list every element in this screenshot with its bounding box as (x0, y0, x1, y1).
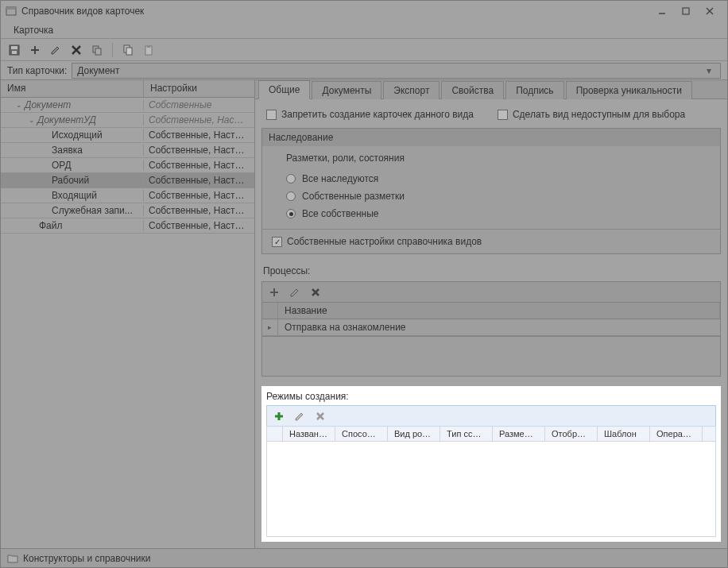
processes-header-name[interactable]: Название (278, 303, 720, 319)
top-checkboxes: Запретить создание карточек данного вида… (261, 106, 721, 123)
tree-item-label: ДокументУД (37, 114, 96, 126)
tree-row[interactable]: ОРДСобственные, Настро... (1, 158, 254, 173)
tab[interactable]: Свойства (441, 81, 504, 99)
tree-row[interactable]: ⌄ДокументСобственные (1, 98, 254, 113)
processes-title: Процессы: (261, 261, 721, 281)
tree-item-label: Входящий (52, 190, 97, 201)
tree-row[interactable]: ЗаявкаСобственные, Настро... (1, 143, 254, 158)
maximize-button[interactable] (680, 5, 692, 17)
separator (112, 43, 113, 57)
tree-row[interactable]: ⌄ДокументУДСобственные, Наст... (1, 113, 254, 128)
filter-label: Тип карточки: (7, 65, 67, 76)
modes-header-cell[interactable]: Способ со... (335, 427, 388, 441)
tree-row[interactable]: РабочийСобственные, Настро... (1, 173, 254, 188)
tree-header-settings[interactable]: Настройки (144, 80, 254, 97)
tree-header-name[interactable]: Имя (1, 80, 144, 97)
modes-header-cell[interactable]: Шаблон (598, 427, 650, 441)
edit-icon[interactable] (292, 409, 307, 423)
tree-panel: Имя Настройки ⌄ДокументСобственные⌄Докум… (1, 80, 255, 548)
tree-row[interactable]: ВходящийСобственные, Настро... (1, 188, 254, 203)
close-button[interactable] (703, 5, 716, 17)
tree-row[interactable]: ФайлСобственные, Настро... (1, 218, 254, 234)
tab-general-content: Запретить создание карточек данного вида… (255, 99, 727, 548)
tree-item-settings: Собственные, Настро... (144, 220, 254, 231)
inheritance-radio[interactable]: Собственные разметки (272, 187, 711, 205)
tab[interactable]: Экспорт (383, 81, 440, 99)
processes-empty-area (261, 337, 721, 377)
expand-icon[interactable]: ⌄ (14, 99, 25, 110)
forbid-create-checkbox[interactable]: Запретить создание карточек данного вида (266, 109, 474, 120)
marker-col (262, 303, 278, 319)
main-area: Имя Настройки ⌄ДокументСобственные⌄Докум… (1, 80, 727, 548)
inheritance-subtitle: Разметки, роли, состояния (272, 153, 711, 164)
filter-row: Тип карточки: Документ ▾ (1, 61, 727, 80)
tree-item-settings: Собственные, Наст... (144, 114, 254, 126)
statusbar-item[interactable]: Конструкторы и справочники (7, 553, 150, 564)
modes-header-cell[interactable]: Название (283, 427, 335, 441)
svg-rect-8 (12, 51, 17, 54)
tree-row[interactable]: Служебная запи...Собственные, Настро... (1, 203, 254, 218)
inheritance-radio[interactable]: Все наследуются (272, 170, 711, 187)
add-icon[interactable] (272, 409, 286, 423)
minimize-button[interactable] (656, 5, 668, 17)
tab[interactable]: Общие (258, 80, 310, 99)
titlebar: Справочник видов карточек (1, 1, 727, 21)
add-icon[interactable] (267, 285, 281, 299)
checkbox-icon (266, 110, 277, 120)
modes-header-cell[interactable]: Вид роди... (388, 427, 440, 441)
inheritance-radio[interactable]: Все собственные (272, 205, 711, 222)
svg-rect-7 (11, 46, 17, 49)
svg-rect-14 (95, 48, 101, 55)
delete-icon[interactable] (69, 43, 83, 57)
edit-icon[interactable] (48, 43, 63, 57)
tree-item-settings: Собственные, Настро... (144, 160, 254, 171)
tree-item-label: Файл (39, 220, 63, 231)
card-type-select[interactable]: Документ ▾ (72, 63, 721, 79)
modes-header-cell[interactable]: Операция... (650, 427, 703, 441)
tab[interactable]: Документы (312, 81, 381, 99)
radio-icon (286, 191, 296, 201)
tree-row[interactable]: ИсходящийСобственные, Настро... (1, 128, 254, 143)
tree-item-label: ОРД (52, 160, 72, 171)
tree-body[interactable]: ⌄ДокументСобственные⌄ДокументУДСобственн… (1, 98, 254, 548)
unavailable-checkbox[interactable]: Сделать вид недоступным для выбора (498, 109, 685, 120)
copy-icon[interactable] (90, 43, 104, 57)
edit-icon[interactable] (288, 285, 302, 299)
statusbar-text: Конструкторы и справочники (23, 553, 150, 564)
tree-item-label: Документ (25, 99, 71, 110)
paste-icon[interactable] (141, 43, 156, 57)
tree-item-label: Заявка (52, 145, 83, 156)
menubar: Карточка (1, 21, 727, 39)
delete-icon[interactable] (308, 285, 323, 299)
modes-grid-body[interactable] (266, 442, 716, 537)
tree-item-settings: Собственные, Настро... (144, 190, 254, 201)
tab[interactable]: Подпись (505, 81, 564, 99)
tree-item-settings: Собственные (144, 99, 254, 110)
menu-card[interactable]: Карточка (7, 23, 60, 37)
delete-icon[interactable] (313, 409, 327, 423)
modes-grid-header: НазваниеСпособ со...Вид роди...Тип ссылк… (266, 426, 716, 442)
processes-grid: Название ▸ Отправка на ознакомление (261, 302, 721, 337)
process-row[interactable]: ▸ Отправка на ознакомление (262, 319, 720, 336)
radio-label: Собственные разметки (302, 191, 405, 202)
app-window: Справочник видов карточек Карточка Тип к… (0, 0, 728, 568)
own-settings-checkbox[interactable]: ✓ Собственные настройки справочника видо… (272, 236, 711, 247)
modes-header-cell[interactable]: Размещен... (493, 427, 545, 441)
svg-rect-16 (126, 48, 132, 55)
modes-section: Режимы создания: НазваниеСпособ со...Вид… (261, 386, 721, 542)
modes-header-cell[interactable]: Тип ссылки (440, 427, 493, 441)
tree-item-label: Рабочий (52, 175, 89, 186)
save-icon[interactable] (7, 43, 21, 57)
radio-icon (286, 209, 296, 218)
modes-header-cell[interactable]: Отображ... (545, 427, 598, 441)
copy-doc-icon[interactable] (121, 43, 135, 57)
radio-label: Все наследуются (302, 173, 378, 184)
svg-rect-18 (147, 45, 150, 48)
radio-icon (286, 174, 296, 184)
inheritance-title: Наследование (262, 129, 720, 146)
tab[interactable]: Проверка уникальности (566, 81, 692, 99)
expand-icon[interactable]: ⌄ (26, 114, 37, 126)
app-icon (6, 6, 17, 17)
tree-item-settings: Собственные, Настро... (144, 145, 254, 156)
add-icon[interactable] (28, 43, 42, 57)
